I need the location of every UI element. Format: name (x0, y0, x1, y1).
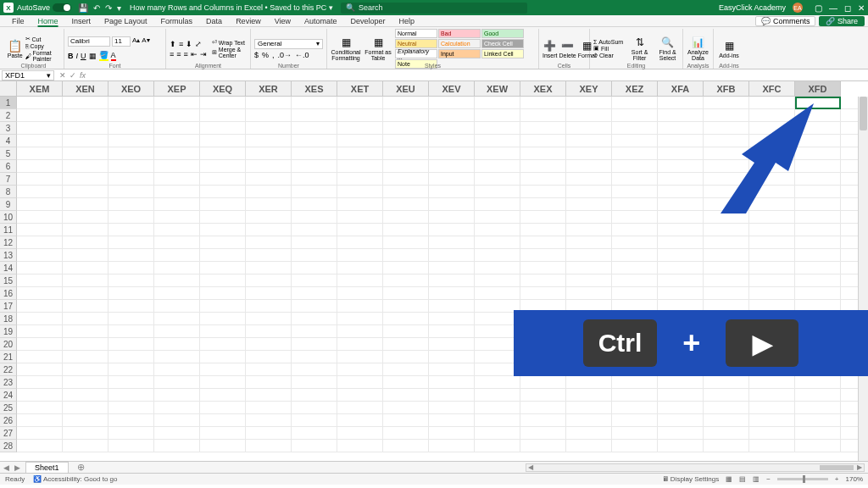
cell[interactable] (337, 389, 383, 401)
cell[interactable] (383, 135, 429, 147)
cell[interactable] (246, 236, 292, 248)
cell[interactable] (383, 122, 429, 134)
tab-help[interactable]: Help (392, 16, 422, 26)
cell[interactable] (704, 249, 749, 261)
cell[interactable] (292, 427, 337, 439)
cell[interactable] (337, 198, 383, 210)
cell[interactable] (475, 122, 520, 134)
cell[interactable] (749, 440, 795, 452)
cell[interactable] (749, 160, 795, 172)
cell[interactable] (704, 147, 749, 159)
sheet-nav-next-icon[interactable]: ▶ (14, 463, 20, 472)
view-page-layout-icon[interactable]: ▤ (739, 475, 746, 483)
cell[interactable] (383, 262, 429, 274)
cell[interactable] (63, 325, 108, 337)
cell[interactable] (108, 147, 154, 159)
cell[interactable] (704, 186, 749, 197)
maximize-icon[interactable]: ◻ (844, 3, 851, 13)
cell[interactable] (429, 211, 475, 223)
cell[interactable] (200, 224, 246, 236)
qat-dropdown-icon[interactable]: ▾ (117, 3, 121, 13)
cell[interactable] (17, 97, 63, 108)
cell[interactable] (108, 97, 154, 108)
cell[interactable] (749, 147, 795, 159)
cell[interactable] (337, 97, 383, 108)
cell[interactable] (383, 236, 429, 248)
indent-increase-icon[interactable]: ⇥ (200, 50, 207, 58)
cell[interactable] (108, 389, 154, 401)
cell[interactable] (154, 338, 200, 350)
cell[interactable] (520, 160, 566, 172)
cell[interactable] (63, 160, 108, 172)
cell[interactable] (475, 97, 520, 108)
cell[interactable] (429, 363, 475, 375)
cell[interactable] (108, 198, 154, 210)
cell[interactable] (63, 97, 108, 108)
cell[interactable] (17, 262, 63, 274)
cell[interactable] (337, 160, 383, 172)
cell[interactable] (108, 236, 154, 248)
cell[interactable] (292, 262, 337, 274)
cell[interactable] (17, 389, 63, 401)
cell[interactable] (704, 198, 749, 210)
cell[interactable] (17, 122, 63, 134)
currency-icon[interactable]: $ (254, 51, 259, 59)
cell[interactable] (383, 363, 429, 375)
cell[interactable] (383, 287, 429, 299)
cell[interactable] (795, 160, 841, 172)
cell[interactable] (154, 186, 200, 197)
accessibility-status[interactable]: ♿ Accessibility: Good to go (33, 475, 117, 483)
cell[interactable] (429, 173, 475, 185)
tab-review[interactable]: Review (229, 16, 268, 26)
cell[interactable] (429, 376, 475, 388)
hscroll-right-icon[interactable]: ▶ (855, 463, 864, 471)
autosum-button[interactable]: Σ AutoSum (593, 39, 623, 45)
cell[interactable] (566, 414, 612, 426)
cell[interactable] (108, 109, 154, 121)
cell[interactable] (292, 325, 337, 337)
cell[interactable] (108, 427, 154, 439)
cell[interactable] (246, 224, 292, 236)
merge-center-button[interactable]: ⊞ Merge & Center (212, 47, 247, 58)
style-normal[interactable]: Normal (395, 29, 437, 38)
cell[interactable] (154, 224, 200, 236)
cell[interactable] (749, 236, 795, 248)
cell[interactable] (704, 376, 749, 388)
cell[interactable] (154, 402, 200, 413)
decrease-decimal-icon[interactable]: ←.0 (295, 51, 309, 59)
cell[interactable] (17, 376, 63, 388)
cell[interactable] (520, 287, 566, 299)
cell[interactable] (612, 135, 658, 147)
style-explanatory[interactable]: Explanatory ... (395, 49, 437, 58)
cell[interactable] (475, 160, 520, 172)
cell[interactable] (566, 249, 612, 261)
cell[interactable] (704, 224, 749, 236)
cell[interactable] (429, 249, 475, 261)
style-good[interactable]: Good (481, 29, 524, 38)
tab-page-layout[interactable]: Page Layout (97, 16, 154, 26)
cell[interactable] (154, 440, 200, 452)
style-check-cell[interactable]: Check Cell (481, 39, 524, 48)
cell[interactable] (429, 122, 475, 134)
cell[interactable] (154, 173, 200, 185)
cell[interactable] (108, 160, 154, 172)
cell[interactable] (749, 414, 795, 426)
column-header-XET[interactable]: XET (337, 81, 383, 97)
cell[interactable] (200, 249, 246, 261)
column-header-XEX[interactable]: XEX (520, 81, 566, 97)
cell[interactable] (520, 262, 566, 274)
cell[interactable] (429, 274, 475, 286)
font-color-button[interactable]: A (111, 51, 116, 61)
cell[interactable] (63, 186, 108, 197)
row-header-24[interactable]: 24 (0, 389, 17, 402)
column-header-XEN[interactable]: XEN (63, 81, 108, 97)
column-header-XFB[interactable]: XFB (704, 81, 749, 97)
cell[interactable] (429, 135, 475, 147)
cell[interactable] (566, 198, 612, 210)
cell[interactable] (200, 173, 246, 185)
cell[interactable] (429, 402, 475, 413)
column-header-XEP[interactable]: XEP (154, 81, 200, 97)
cell[interactable] (292, 300, 337, 312)
cell[interactable] (704, 440, 749, 452)
cell[interactable] (200, 274, 246, 286)
